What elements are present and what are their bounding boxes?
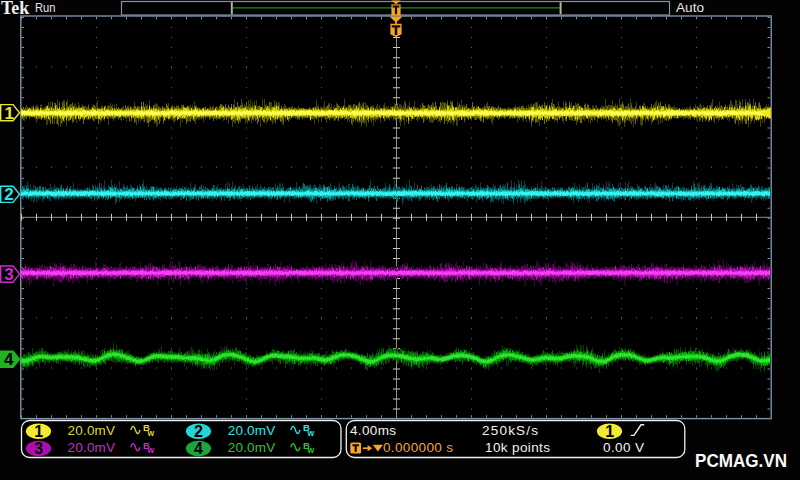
svg-text:w: w	[147, 445, 155, 455]
svg-text:1: 1	[34, 423, 43, 440]
svg-text:10k points: 10k points	[485, 440, 550, 455]
svg-text:Auto: Auto	[676, 0, 704, 15]
svg-text:1: 1	[5, 104, 14, 123]
svg-text:3: 3	[34, 440, 43, 457]
svg-text:0.00 V: 0.00 V	[603, 440, 644, 455]
svg-text:w: w	[307, 445, 315, 455]
svg-text:4: 4	[4, 350, 14, 369]
svg-text:3: 3	[4, 265, 13, 284]
svg-text:20.0mV: 20.0mV	[68, 423, 115, 438]
svg-text:Run: Run	[35, 0, 56, 15]
svg-text:w: w	[307, 428, 315, 438]
svg-text:20.0mV: 20.0mV	[68, 440, 115, 455]
svg-text:PCMAG.VN: PCMAG.VN	[695, 451, 787, 471]
svg-text:250kS/s: 250kS/s	[482, 423, 538, 438]
svg-text:20.0mV: 20.0mV	[228, 423, 275, 438]
svg-text:2: 2	[194, 423, 203, 440]
svg-text:2: 2	[4, 185, 13, 204]
svg-text:w: w	[147, 428, 155, 438]
svg-text:1: 1	[605, 423, 614, 440]
svg-text:20.0mV: 20.0mV	[228, 440, 275, 455]
svg-text:4: 4	[194, 440, 203, 457]
svg-text:Tek: Tek	[1, 0, 29, 18]
svg-text:0.000000 s: 0.000000 s	[383, 440, 453, 455]
svg-text:4.00ms: 4.00ms	[350, 423, 396, 438]
